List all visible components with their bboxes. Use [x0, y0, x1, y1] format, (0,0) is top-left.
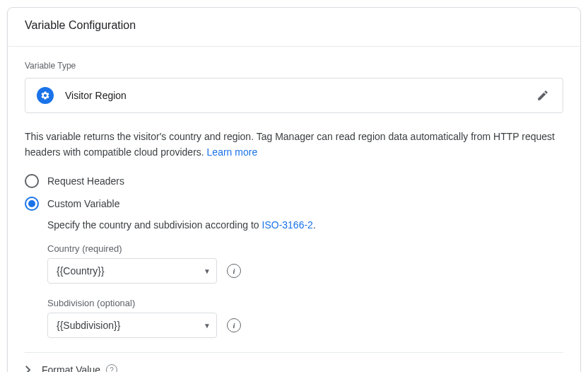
format-value-label: Format Value — [42, 364, 100, 372]
gear-icon — [37, 87, 54, 104]
country-label: Country (required) — [47, 243, 563, 254]
country-value: {{Country}} — [57, 265, 204, 277]
subdivision-field-row: {{Subdivision}} ▼ i — [47, 313, 563, 338]
source-radio-group: Request Headers Custom Variable Specify … — [25, 170, 563, 338]
format-value-section[interactable]: Format Value ? — [8, 353, 580, 372]
learn-more-link[interactable]: Learn more — [207, 146, 258, 158]
chevron-right-icon — [25, 366, 32, 372]
variable-type-label: Variable Type — [25, 61, 563, 71]
radio-icon — [25, 174, 39, 188]
subdivision-label: Subdivision (optional) — [47, 298, 563, 308]
description-text: This variable returns the visitor's coun… — [25, 129, 563, 160]
variable-type-selector[interactable]: Visitor Region — [25, 78, 563, 113]
custom-variable-block: Specify the country and subdivision acco… — [47, 219, 563, 338]
help-icon[interactable]: ? — [106, 364, 117, 372]
subdivision-value: {{Subdivision}} — [57, 320, 204, 331]
variable-config-card: Variable Configuration Variable Type Vis… — [7, 7, 581, 372]
info-icon[interactable]: i — [227, 318, 241, 332]
radio-icon — [25, 197, 39, 211]
card-body: Variable Type Visitor Region This variab… — [8, 47, 580, 338]
radio-label-custom-variable: Custom Variable — [47, 198, 119, 209]
edit-icon[interactable] — [534, 87, 551, 104]
iso-link[interactable]: ISO-3166-2 — [262, 219, 313, 231]
card-header: Variable Configuration — [8, 8, 580, 47]
info-icon[interactable]: i — [227, 264, 241, 278]
radio-request-headers[interactable]: Request Headers — [25, 170, 563, 192]
page-title: Variable Configuration — [25, 19, 563, 32]
chevron-down-icon: ▼ — [204, 322, 211, 330]
radio-custom-variable[interactable]: Custom Variable — [25, 192, 563, 215]
custom-description: Specify the country and subdivision acco… — [47, 219, 563, 231]
subdivision-dropdown[interactable]: {{Subdivision}} ▼ — [47, 313, 217, 338]
variable-type-name: Visitor Region — [65, 90, 534, 101]
radio-label-request-headers: Request Headers — [47, 175, 124, 187]
country-field-row: {{Country}} ▼ i — [47, 258, 563, 284]
country-dropdown[interactable]: {{Country}} ▼ — [47, 258, 217, 284]
chevron-down-icon: ▼ — [204, 267, 211, 275]
